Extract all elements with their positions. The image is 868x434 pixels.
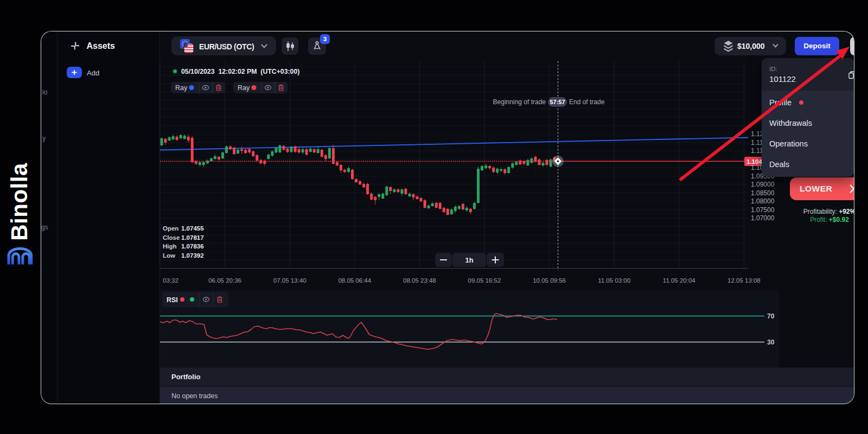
- svg-text:Close: Close: [163, 234, 180, 241]
- svg-text:1.08500: 1.08500: [751, 189, 775, 197]
- svg-text:1.08000: 1.08000: [751, 197, 775, 205]
- svg-text:1.07000: 1.07000: [751, 214, 775, 222]
- svg-text:High: High: [163, 243, 177, 250]
- svg-text:09.05 16:52: 09.05 16:52: [468, 277, 501, 284]
- svg-text:07.05 13:40: 07.05 13:40: [273, 277, 307, 284]
- svg-text:LOWER: LOWER: [800, 184, 832, 193]
- svg-text:11.05 20:04: 11.05 20:04: [663, 277, 696, 284]
- svg-text:08.05 06:44: 08.05 06:44: [338, 277, 371, 284]
- svg-text:1.07392: 1.07392: [181, 252, 204, 259]
- svg-text:12.05 13:08: 12.05 13:08: [727, 277, 761, 284]
- svg-text:End of trade: End of trade: [569, 98, 605, 106]
- svg-text:30: 30: [767, 339, 775, 346]
- svg-text:1.07817: 1.07817: [181, 234, 204, 241]
- svg-text:03:32: 03:32: [163, 277, 178, 284]
- svg-text:08.05 23:48: 08.05 23:48: [403, 277, 436, 284]
- svg-text:Ray: Ray: [238, 84, 250, 92]
- svg-text:1h: 1h: [465, 256, 473, 264]
- svg-text:Open: Open: [163, 225, 178, 232]
- svg-text:Beginning of trade: Beginning of trade: [493, 98, 546, 106]
- svg-text:70: 70: [767, 312, 775, 320]
- svg-text:Low: Low: [163, 252, 175, 259]
- svg-text:1.07836: 1.07836: [181, 243, 204, 250]
- svg-text:57:57: 57:57: [550, 99, 565, 105]
- svg-text:10.05 09:56: 10.05 09:56: [533, 277, 566, 284]
- svg-text:Profitability: +92%: Profitability: +92%: [803, 208, 854, 215]
- svg-text:1.07500: 1.07500: [751, 206, 775, 214]
- svg-text:RSI: RSI: [167, 296, 178, 304]
- svg-text:Profit: +$0.92: Profit: +$0.92: [810, 216, 849, 224]
- svg-text:11.05 03:00: 11.05 03:00: [598, 277, 630, 284]
- svg-text:1.07455: 1.07455: [181, 225, 204, 232]
- svg-text:Portfolio: Portfolio: [171, 373, 200, 381]
- svg-text:Ray: Ray: [175, 84, 188, 92]
- svg-text:06.05 20:36: 06.05 20:36: [208, 277, 241, 284]
- svg-text:No open trades: No open trades: [171, 392, 218, 400]
- svg-text:1.09000: 1.09000: [751, 181, 775, 188]
